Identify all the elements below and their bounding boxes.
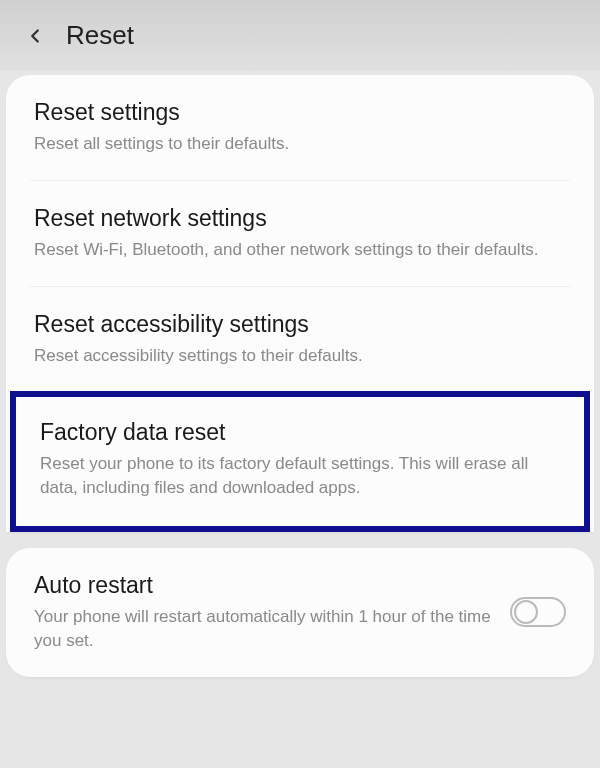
header: Reset: [0, 0, 600, 71]
item-title: Factory data reset: [40, 419, 560, 446]
item-title: Reset settings: [34, 99, 566, 126]
item-title: Reset accessibility settings: [34, 311, 566, 338]
item-title: Reset network settings: [34, 205, 566, 232]
auto-restart-toggle[interactable]: [510, 597, 566, 627]
page-title: Reset: [66, 20, 134, 51]
back-button[interactable]: [24, 25, 46, 47]
factory-data-reset-item[interactable]: Factory data reset Reset your phone to i…: [10, 391, 590, 532]
chevron-left-icon: [24, 25, 46, 47]
item-desc: Your phone will restart automatically wi…: [34, 605, 494, 653]
reset-accessibility-settings-item[interactable]: Reset accessibility settings Reset acces…: [6, 287, 594, 392]
auto-restart-card: Auto restart Your phone will restart aut…: [6, 548, 594, 677]
reset-network-settings-item[interactable]: Reset network settings Reset Wi-Fi, Blue…: [6, 181, 594, 286]
item-desc: Reset your phone to its factory default …: [40, 452, 560, 500]
item-desc: Reset all settings to their defaults.: [34, 132, 566, 156]
reset-options-card: Reset settings Reset all settings to the…: [6, 75, 594, 532]
item-desc: Reset Wi-Fi, Bluetooth, and other networ…: [34, 238, 566, 262]
auto-restart-item[interactable]: Auto restart Your phone will restart aut…: [6, 548, 594, 677]
item-title: Auto restart: [34, 572, 494, 599]
reset-settings-item[interactable]: Reset settings Reset all settings to the…: [6, 75, 594, 180]
item-desc: Reset accessibility settings to their de…: [34, 344, 566, 368]
